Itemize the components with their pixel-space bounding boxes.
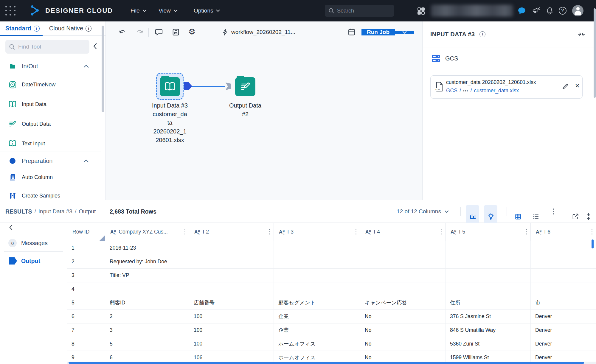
row-id-cell[interactable]: 3	[67, 269, 105, 282]
column-menu-icon[interactable]	[184, 229, 186, 235]
close-icon[interactable]: ✕	[575, 82, 580, 89]
table-cell[interactable]	[274, 269, 360, 282]
table-cell[interactable]: 店舗番号	[189, 296, 274, 309]
page-scrollbar[interactable]	[594, 8, 596, 98]
run-job-dropdown[interactable]	[395, 31, 414, 34]
table-cell[interactable]: Requested by: John Doe	[105, 255, 189, 268]
table-vertical-scrollbar[interactable]	[592, 239, 594, 248]
row-id-cell[interactable]: 7	[67, 323, 105, 337]
table-cell[interactable]	[530, 255, 596, 268]
chevron-up-icon[interactable]	[83, 65, 89, 68]
table-cell[interactable]: 100	[189, 323, 274, 337]
table-cell[interactable]: 2016-11-23	[105, 241, 189, 255]
column-header[interactable]: ABCF2	[189, 223, 274, 241]
run-job-label[interactable]: Run Job	[361, 29, 395, 35]
table-cell[interactable]	[274, 241, 360, 255]
table-cell[interactable]: 2	[105, 310, 189, 323]
menu-options[interactable]: Options	[194, 0, 220, 21]
path-root[interactable]: GCS	[446, 88, 457, 94]
column-header[interactable]: ABCF6	[530, 223, 596, 241]
input-anchor[interactable]	[226, 83, 231, 90]
column-menu-icon[interactable]	[356, 229, 357, 235]
row-id-cell[interactable]: 1	[67, 241, 105, 255]
table-cell[interactable]	[360, 241, 445, 255]
table-cell[interactable]	[360, 282, 445, 296]
tool-input-data[interactable]: Input Data	[0, 98, 101, 111]
edit-pencil-icon[interactable]	[562, 83, 569, 90]
tab-standard[interactable]: Standard i	[0, 21, 44, 35]
sidebar-scrollbar[interactable]	[102, 26, 104, 112]
output-tab[interactable]: Output	[0, 255, 67, 267]
workspace-switcher-icon[interactable]	[417, 7, 425, 15]
help-icon[interactable]: ?	[559, 7, 566, 15]
row-id-cell[interactable]: 8	[67, 337, 105, 351]
table-cell[interactable]: 企業	[274, 310, 360, 323]
input-data-node[interactable]	[160, 77, 180, 96]
column-header[interactable]: ABCCompany XYZ Cus...	[105, 223, 189, 241]
column-menu-icon[interactable]	[269, 229, 270, 235]
table-cell[interactable]: 100	[189, 337, 274, 351]
row-id-cell[interactable]: 5	[67, 296, 105, 309]
table-horizontal-scrollbar[interactable]	[67, 362, 596, 364]
path-leaf[interactable]: customer_data.xlsx	[474, 88, 519, 94]
column-selector[interactable]: 12 of 12 Columns	[397, 200, 449, 223]
section-in-out[interactable]: In/Out	[0, 60, 101, 73]
table-cell[interactable]	[274, 282, 360, 296]
chevron-up-icon[interactable]	[83, 159, 89, 163]
table-cell[interactable]	[189, 269, 274, 282]
table-cell[interactable]: キャンペーン応答	[360, 296, 445, 309]
user-avatar[interactable]	[572, 5, 583, 16]
path-ellipsis[interactable]: •••	[463, 88, 468, 93]
column-resize-handle[interactable]	[99, 235, 105, 241]
schedule-calendar-icon[interactable]	[347, 28, 356, 36]
section-preparation[interactable]: Preparation	[0, 154, 101, 167]
comment-icon[interactable]	[155, 28, 163, 36]
tool-auto-column[interactable]: Auto Column	[0, 171, 101, 184]
column-menu-icon[interactable]	[441, 229, 442, 235]
tool-text-input[interactable]: Text Input	[0, 137, 101, 150]
table-cell[interactable]: 住所	[445, 296, 530, 309]
table-cell[interactable]	[189, 255, 274, 268]
table-cell[interactable]	[530, 269, 596, 282]
table-cell[interactable]: 5360 Zuni St	[445, 337, 530, 351]
tool-container-icon[interactable]	[172, 28, 180, 36]
collapse-palette-icon[interactable]	[93, 43, 97, 49]
collapse-results-panel-icon[interactable]	[9, 225, 13, 230]
table-cell[interactable]	[189, 241, 274, 255]
search-input[interactable]	[337, 8, 385, 14]
app-grid-icon[interactable]	[5, 5, 16, 16]
row-id-cell[interactable]: 6	[67, 310, 105, 323]
find-tool-input[interactable]	[18, 43, 81, 50]
table-cell[interactable]: No	[360, 323, 445, 337]
undo-icon[interactable]	[118, 28, 127, 36]
table-cell[interactable]: 3	[105, 323, 189, 337]
results-breadcrumb-view[interactable]: Output	[79, 208, 96, 215]
results-breadcrumb-node[interactable]: Input Data #3	[38, 208, 72, 215]
global-search[interactable]	[325, 5, 394, 17]
menu-file[interactable]: File	[131, 0, 147, 21]
table-cell[interactable]	[274, 255, 360, 268]
output-data-node[interactable]	[235, 77, 255, 96]
table-cell[interactable]	[445, 269, 530, 282]
table-cell[interactable]: 市	[530, 296, 596, 309]
collapse-panel-icon[interactable]	[578, 31, 585, 38]
workflow-title[interactable]: workflow_20260202_11...	[231, 21, 295, 43]
column-header[interactable]: ABCF3	[274, 223, 360, 241]
table-cell[interactable]: 846 S Umatilla Way	[445, 323, 530, 337]
column-header[interactable]: ABCF4	[360, 223, 445, 241]
table-cell[interactable]: 顧客セグメント	[274, 296, 360, 309]
column-header[interactable]: ABCF5	[445, 223, 530, 241]
tool-datetimenow[interactable]: DateTimeNow	[0, 78, 101, 91]
table-cell[interactable]	[360, 269, 445, 282]
settings-gear-icon[interactable]: ⚙	[188, 27, 195, 37]
table-cell[interactable]: No	[360, 337, 445, 351]
notifications-icon[interactable]	[546, 7, 554, 15]
row-id-header[interactable]: Row ID	[67, 223, 105, 241]
table-cell[interactable]: ホームオフィス	[274, 337, 360, 351]
table-cell[interactable]	[105, 282, 189, 296]
row-id-cell[interactable]: 2	[67, 255, 105, 268]
table-cell[interactable]: Denver	[530, 310, 596, 323]
table-cell[interactable]	[530, 241, 596, 255]
table-cell[interactable]: 5	[105, 337, 189, 351]
table-cell[interactable]: No	[360, 310, 445, 323]
